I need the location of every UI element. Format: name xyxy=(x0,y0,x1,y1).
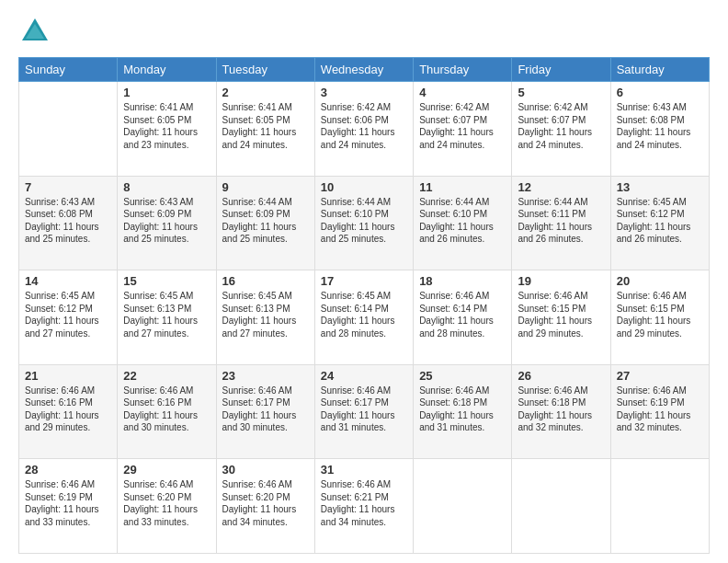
logo-icon xyxy=(18,15,51,48)
day-number: 16 xyxy=(222,274,309,288)
cell-info: Sunrise: 6:46 AM Sunset: 6:17 PM Dayligh… xyxy=(321,385,407,434)
cell-info: Sunrise: 6:45 AM Sunset: 6:13 PM Dayligh… xyxy=(222,290,309,339)
cell-info: Sunrise: 6:46 AM Sunset: 6:21 PM Dayligh… xyxy=(321,478,407,528)
day-number: 22 xyxy=(123,369,210,383)
cell-info: Sunrise: 6:46 AM Sunset: 6:14 PM Dayligh… xyxy=(419,290,506,339)
page: SundayMondayTuesdayWednesdayThursdayFrid… xyxy=(0,0,728,563)
day-number: 13 xyxy=(617,180,703,194)
calendar-header-sunday: Sunday xyxy=(19,58,118,82)
calendar-cell: 2Sunrise: 6:41 AM Sunset: 6:05 PM Daylig… xyxy=(216,82,314,177)
calendar-header-row: SundayMondayTuesdayWednesdayThursdayFrid… xyxy=(19,58,710,82)
calendar-week-1: 7Sunrise: 6:43 AM Sunset: 6:08 PM Daylig… xyxy=(19,176,710,270)
cell-info: Sunrise: 6:46 AM Sunset: 6:16 PM Dayligh… xyxy=(123,385,210,434)
day-number: 9 xyxy=(222,180,309,194)
cell-info: Sunrise: 6:46 AM Sunset: 6:19 PM Dayligh… xyxy=(617,385,703,434)
cell-info: Sunrise: 6:43 AM Sunset: 6:09 PM Dayligh… xyxy=(123,196,210,246)
cell-info: Sunrise: 6:44 AM Sunset: 6:10 PM Dayligh… xyxy=(419,196,506,246)
day-number: 8 xyxy=(123,180,210,194)
day-number: 5 xyxy=(518,86,604,99)
calendar-header-wednesday: Wednesday xyxy=(314,58,413,82)
day-number: 18 xyxy=(419,274,506,288)
cell-info: Sunrise: 6:46 AM Sunset: 6:18 PM Dayligh… xyxy=(419,385,506,434)
day-number: 21 xyxy=(25,369,111,383)
calendar-cell: 28Sunrise: 6:46 AM Sunset: 6:19 PM Dayli… xyxy=(19,459,118,554)
cell-info: Sunrise: 6:44 AM Sunset: 6:11 PM Dayligh… xyxy=(518,196,604,246)
calendar-cell: 12Sunrise: 6:44 AM Sunset: 6:11 PM Dayli… xyxy=(512,176,610,270)
calendar-cell: 11Sunrise: 6:44 AM Sunset: 6:10 PM Dayli… xyxy=(414,176,512,270)
cell-info: Sunrise: 6:46 AM Sunset: 6:15 PM Dayligh… xyxy=(518,290,604,339)
calendar-cell xyxy=(19,82,118,177)
day-number: 14 xyxy=(25,274,111,288)
calendar-cell: 30Sunrise: 6:46 AM Sunset: 6:20 PM Dayli… xyxy=(216,459,314,554)
calendar-cell: 19Sunrise: 6:46 AM Sunset: 6:15 PM Dayli… xyxy=(512,270,610,365)
header xyxy=(18,15,710,48)
calendar-cell: 13Sunrise: 6:45 AM Sunset: 6:12 PM Dayli… xyxy=(610,176,709,270)
calendar-week-0: 1Sunrise: 6:41 AM Sunset: 6:05 PM Daylig… xyxy=(19,82,710,177)
day-number: 15 xyxy=(123,274,210,288)
calendar-cell: 1Sunrise: 6:41 AM Sunset: 6:05 PM Daylig… xyxy=(118,82,216,177)
day-number: 25 xyxy=(419,369,506,383)
calendar-header-friday: Friday xyxy=(512,58,610,82)
cell-info: Sunrise: 6:46 AM Sunset: 6:16 PM Dayligh… xyxy=(25,385,111,434)
day-number: 17 xyxy=(321,274,407,288)
cell-info: Sunrise: 6:45 AM Sunset: 6:14 PM Dayligh… xyxy=(321,290,407,339)
calendar-cell: 10Sunrise: 6:44 AM Sunset: 6:10 PM Dayli… xyxy=(314,176,413,270)
day-number: 11 xyxy=(419,180,506,194)
calendar-cell: 7Sunrise: 6:43 AM Sunset: 6:08 PM Daylig… xyxy=(19,176,118,270)
calendar-cell: 25Sunrise: 6:46 AM Sunset: 6:18 PM Dayli… xyxy=(414,364,512,459)
cell-info: Sunrise: 6:46 AM Sunset: 6:20 PM Dayligh… xyxy=(222,478,309,528)
cell-info: Sunrise: 6:44 AM Sunset: 6:09 PM Dayligh… xyxy=(222,196,309,246)
cell-info: Sunrise: 6:43 AM Sunset: 6:08 PM Dayligh… xyxy=(617,101,703,151)
calendar-cell: 14Sunrise: 6:45 AM Sunset: 6:12 PM Dayli… xyxy=(19,270,118,365)
calendar-cell: 29Sunrise: 6:46 AM Sunset: 6:20 PM Dayli… xyxy=(118,459,216,554)
calendar-header-thursday: Thursday xyxy=(414,58,512,82)
calendar-cell: 6Sunrise: 6:43 AM Sunset: 6:08 PM Daylig… xyxy=(610,82,709,177)
cell-info: Sunrise: 6:43 AM Sunset: 6:08 PM Dayligh… xyxy=(25,196,111,246)
calendar-cell: 26Sunrise: 6:46 AM Sunset: 6:18 PM Dayli… xyxy=(512,364,610,459)
calendar-table: SundayMondayTuesdayWednesdayThursdayFrid… xyxy=(18,57,710,554)
calendar-cell: 3Sunrise: 6:42 AM Sunset: 6:06 PM Daylig… xyxy=(314,82,413,177)
day-number: 19 xyxy=(518,274,604,288)
day-number: 3 xyxy=(321,86,407,99)
day-number: 24 xyxy=(321,369,407,383)
day-number: 4 xyxy=(419,86,506,99)
day-number: 31 xyxy=(321,463,407,477)
calendar-cell: 17Sunrise: 6:45 AM Sunset: 6:14 PM Dayli… xyxy=(314,270,413,365)
day-number: 1 xyxy=(123,86,210,99)
calendar-cell: 9Sunrise: 6:44 AM Sunset: 6:09 PM Daylig… xyxy=(216,176,314,270)
day-number: 26 xyxy=(518,369,604,383)
cell-info: Sunrise: 6:44 AM Sunset: 6:10 PM Dayligh… xyxy=(321,196,407,246)
cell-info: Sunrise: 6:46 AM Sunset: 6:15 PM Dayligh… xyxy=(617,290,703,339)
cell-info: Sunrise: 6:45 AM Sunset: 6:12 PM Dayligh… xyxy=(25,290,111,339)
cell-info: Sunrise: 6:41 AM Sunset: 6:05 PM Dayligh… xyxy=(222,101,309,151)
calendar-cell: 21Sunrise: 6:46 AM Sunset: 6:16 PM Dayli… xyxy=(19,364,118,459)
cell-info: Sunrise: 6:46 AM Sunset: 6:17 PM Dayligh… xyxy=(222,385,309,434)
day-number: 7 xyxy=(25,180,111,194)
calendar-cell: 5Sunrise: 6:42 AM Sunset: 6:07 PM Daylig… xyxy=(512,82,610,177)
day-number: 28 xyxy=(25,463,111,477)
calendar-cell xyxy=(414,459,512,554)
calendar-week-4: 28Sunrise: 6:46 AM Sunset: 6:19 PM Dayli… xyxy=(19,459,710,554)
cell-info: Sunrise: 6:45 AM Sunset: 6:12 PM Dayligh… xyxy=(617,196,703,246)
cell-info: Sunrise: 6:46 AM Sunset: 6:19 PM Dayligh… xyxy=(25,478,111,528)
calendar-cell: 16Sunrise: 6:45 AM Sunset: 6:13 PM Dayli… xyxy=(216,270,314,365)
calendar-week-2: 14Sunrise: 6:45 AM Sunset: 6:12 PM Dayli… xyxy=(19,270,710,365)
cell-info: Sunrise: 6:46 AM Sunset: 6:20 PM Dayligh… xyxy=(123,478,210,528)
cell-info: Sunrise: 6:45 AM Sunset: 6:13 PM Dayligh… xyxy=(123,290,210,339)
cell-info: Sunrise: 6:42 AM Sunset: 6:06 PM Dayligh… xyxy=(321,101,407,151)
calendar-header-saturday: Saturday xyxy=(610,58,709,82)
day-number: 30 xyxy=(222,463,309,477)
calendar-week-3: 21Sunrise: 6:46 AM Sunset: 6:16 PM Dayli… xyxy=(19,364,710,459)
day-number: 20 xyxy=(617,274,703,288)
calendar-cell: 23Sunrise: 6:46 AM Sunset: 6:17 PM Dayli… xyxy=(216,364,314,459)
cell-info: Sunrise: 6:41 AM Sunset: 6:05 PM Dayligh… xyxy=(123,101,210,151)
calendar-header-monday: Monday xyxy=(118,58,216,82)
calendar-cell: 20Sunrise: 6:46 AM Sunset: 6:15 PM Dayli… xyxy=(610,270,709,365)
calendar-cell: 31Sunrise: 6:46 AM Sunset: 6:21 PM Dayli… xyxy=(314,459,413,554)
calendar-cell: 15Sunrise: 6:45 AM Sunset: 6:13 PM Dayli… xyxy=(118,270,216,365)
cell-info: Sunrise: 6:42 AM Sunset: 6:07 PM Dayligh… xyxy=(518,101,604,151)
logo xyxy=(18,15,55,48)
calendar-cell xyxy=(512,459,610,554)
calendar-cell: 8Sunrise: 6:43 AM Sunset: 6:09 PM Daylig… xyxy=(118,176,216,270)
calendar-cell: 24Sunrise: 6:46 AM Sunset: 6:17 PM Dayli… xyxy=(314,364,413,459)
